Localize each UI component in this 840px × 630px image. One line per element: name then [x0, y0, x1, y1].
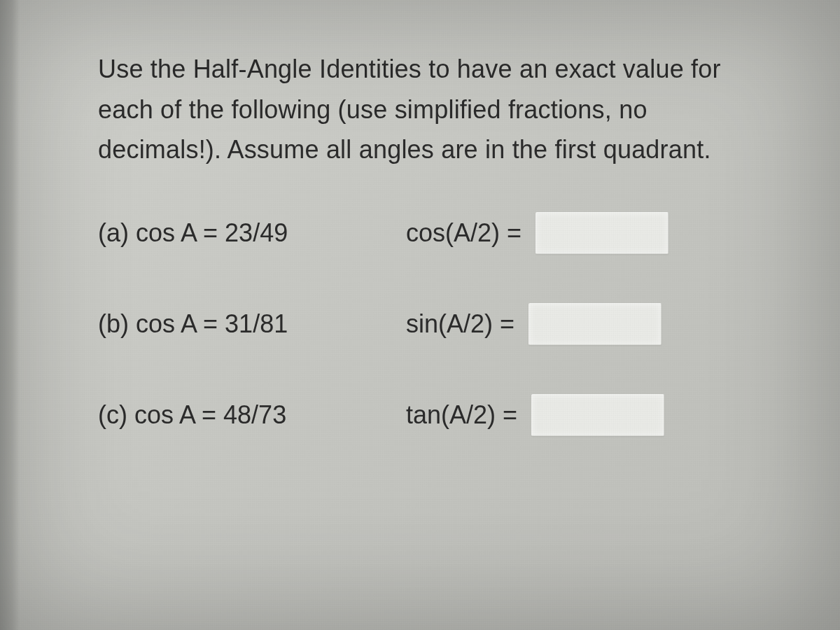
left-edge-shadow	[0, 0, 20, 630]
worksheet-page: Use the Half-Angle Identities to have an…	[0, 0, 840, 630]
problem-a-given: (a) cos A = 23/49	[98, 218, 364, 248]
problem-c-target: tan(A/2) =	[406, 394, 664, 436]
problem-b-given: (b) cos A = 31/81	[98, 309, 364, 339]
problem-b-target-label: sin(A/2) =	[406, 309, 514, 339]
problem-row: (c) cos A = 48/73 tan(A/2) =	[98, 394, 777, 436]
problem-row: (b) cos A = 31/81 sin(A/2) =	[98, 303, 777, 345]
answer-input-c[interactable]	[531, 394, 664, 436]
answer-input-b[interactable]	[528, 303, 662, 345]
problem-a-target: cos(A/2) =	[406, 212, 668, 254]
problem-c-target-label: tan(A/2) =	[406, 400, 517, 430]
problem-b-target: sin(A/2) =	[406, 303, 662, 345]
problem-row: (a) cos A = 23/49 cos(A/2) =	[98, 212, 777, 254]
answer-input-a[interactable]	[536, 212, 668, 254]
problem-c-given: (c) cos A = 48/73	[98, 400, 364, 430]
problem-a-target-label: cos(A/2) =	[406, 218, 522, 248]
instructions-text: Use the Half-Angle Identities to have an…	[98, 49, 777, 170]
